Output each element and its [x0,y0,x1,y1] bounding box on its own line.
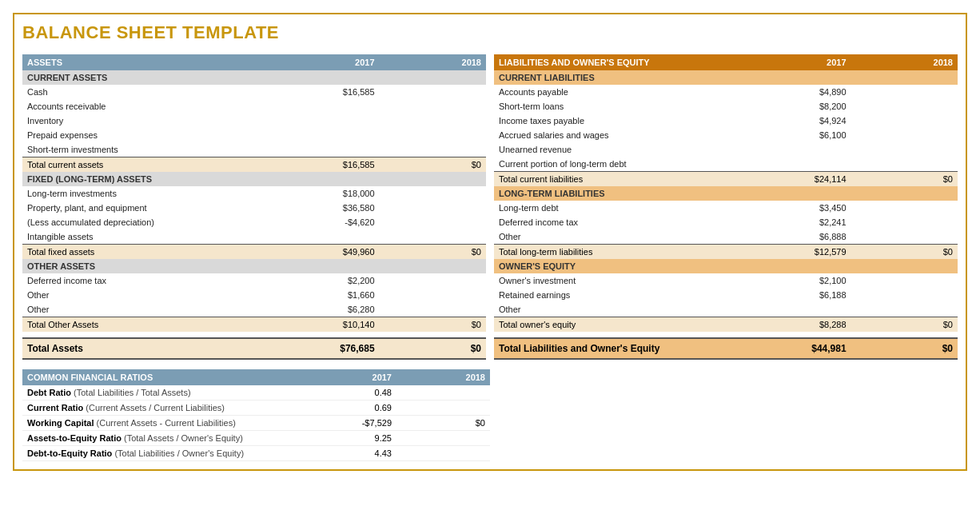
grand-total-2018: $0 [851,338,958,359]
ratio-label: Working Capital (Current Assets - Curren… [22,416,303,431]
total-2017: $16,585 [277,157,380,173]
liabilities-panel: LIABILITIES AND OWNER'S EQUITY 2017 2018… [494,54,958,360]
table-row: Intangible assets [22,229,486,245]
grand-total-2017: $76,685 [277,338,380,359]
ratio-label: Current Ratio (Current Assets / Current … [22,400,303,416]
row-2017 [277,142,380,157]
grand-total-label: Total Assets [22,338,277,359]
current-assets-header: CURRENT ASSETS [22,70,486,85]
total-2017: $10,140 [277,317,380,333]
total-2018: $0 [380,317,486,333]
ratio-row-debt-equity: Debt-to-Equity Ratio (Total Liabilities … [22,446,490,461]
other-assets-label: OTHER ASSETS [22,259,486,273]
table-row: Income taxes payable $4,924 [494,114,958,128]
row-2018 [851,142,958,157]
row-2018 [380,288,486,302]
total-2018: $0 [851,245,958,260]
row-2018 [851,273,958,288]
table-row: Prepaid expenses [22,128,486,142]
row-2018 [380,229,486,245]
row-2018 [851,302,958,317]
total-2017: $49,960 [277,245,380,260]
row-2017: $6,188 [749,288,851,302]
current-liabilities-total: Total current liabilities $24,114 $0 [494,172,958,187]
total-liabilities-row: Total Liabilities and Owner's Equity $44… [494,338,958,359]
row-2018 [851,288,958,302]
table-row: Deferred income tax $2,200 [22,273,486,288]
ratio-row-current: Current Ratio (Current Assets / Current … [22,400,490,416]
row-label: Other [494,302,749,317]
table-row: Other $6,280 [22,302,486,317]
total-2018: $0 [380,245,486,260]
ratios-section: COMMON FINANCIAL RATIOS 2017 2018 Debt R… [22,369,958,461]
row-2018 [380,142,486,157]
row-2017: $4,924 [749,114,851,128]
current-assets-total: Total current assets $16,585 $0 [22,157,486,173]
row-2018 [380,201,486,215]
row-2018 [851,201,958,215]
row-2018 [851,99,958,114]
ratio-label: Assets-to-Equity Ratio (Total Assets / O… [22,431,303,446]
row-label: Income taxes payable [494,114,749,128]
assets-panel: ASSETS 2017 2018 CURRENT ASSETS Cash $16… [22,54,486,360]
table-row: Other [494,302,958,317]
row-2018 [380,186,486,201]
row-2017 [277,229,380,245]
table-row: Short-term loans $8,200 [494,99,958,114]
table-row: Other $6,888 [494,229,958,245]
row-2017: $6,280 [277,302,380,317]
row-2017: $4,890 [749,85,851,99]
row-label: Long-term investments [22,186,277,201]
row-label: Prepaid expenses [22,128,277,142]
row-2017: $36,580 [277,201,380,215]
row-2017: $2,241 [749,215,851,229]
total-2018: $0 [380,157,486,173]
ratio-row-assets-equity: Assets-to-Equity Ratio (Total Assets / O… [22,431,490,446]
total-label: Total fixed assets [22,245,277,260]
row-2018 [380,302,486,317]
row-2017: $1,660 [277,288,380,302]
owners-equity-label: OWNER'S EQUITY [494,259,958,273]
row-label: Short-term investments [22,142,277,157]
row-2017 [277,99,380,114]
liabilities-header-label: LIABILITIES AND OWNER'S EQUITY [494,54,749,70]
row-2017: $16,585 [277,85,380,99]
row-label: Intangible assets [22,229,277,245]
longterm-liabilities-total: Total long-term liabilities $12,579 $0 [494,245,958,260]
table-row: Accounts payable $4,890 [494,85,958,99]
table-row: Owner's investment $2,100 [494,273,958,288]
table-row: Accrued salaries and wages $6,100 [494,128,958,142]
table-row: Accounts receivable [22,99,486,114]
page-title: BALANCE SHEET TEMPLATE [22,22,958,43]
main-content: ASSETS 2017 2018 CURRENT ASSETS Cash $16… [22,54,958,360]
row-2017 [749,157,851,172]
row-2018 [380,128,486,142]
row-label: Property, plant, and equipment [22,201,277,215]
current-liabilities-label: CURRENT LIABILITIES [494,70,958,85]
total-assets-row: Total Assets $76,685 $0 [22,338,486,359]
row-label: Current portion of long-term debt [494,157,749,172]
row-2018 [380,85,486,99]
total-2018: $0 [851,172,958,187]
longterm-liabilities-header: LONG-TERM LIABILITIES [494,186,958,201]
grand-total-label: Total Liabilities and Owner's Equity [494,338,749,359]
ratio-label: Debt Ratio (Total Liabilities / Total As… [22,385,303,400]
table-row: Short-term investments [22,142,486,157]
total-label: Total current assets [22,157,277,173]
ratio-2017: 0.69 [303,400,396,416]
grand-total-2018: $0 [380,338,486,359]
row-2018 [851,85,958,99]
other-assets-total: Total Other Assets $10,140 $0 [22,317,486,333]
ratio-2018: $0 [396,416,490,431]
table-row: Other $1,660 [22,288,486,302]
table-row: Cash $16,585 [22,85,486,99]
total-2017: $12,579 [749,245,851,260]
row-label: Accounts receivable [22,99,277,114]
row-2017: $18,000 [277,186,380,201]
assets-header-2017: 2017 [277,54,380,70]
total-2017: $8,288 [749,317,851,333]
liabilities-header-2017: 2017 [749,54,851,70]
row-2018 [851,215,958,229]
ratios-header-2018: 2018 [396,369,490,385]
ratio-2018 [396,400,490,416]
